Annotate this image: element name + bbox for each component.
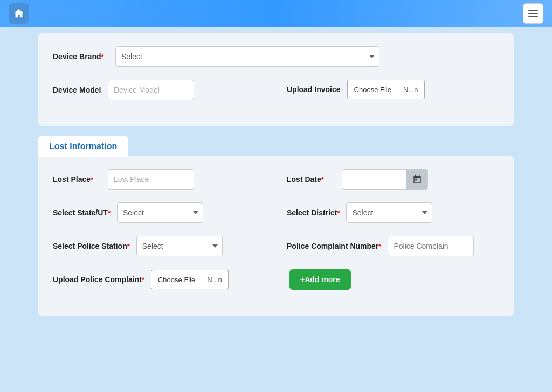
main-content: Device Brand* Select Device Model Upload… [0,27,552,332]
lost-place-input[interactable] [108,169,194,190]
upload-police-wrapper: Choose File N...n [151,270,229,289]
police-complaint-input[interactable] [388,236,474,256]
choose-file-button-invoice[interactable]: Choose File [347,80,398,99]
upload-invoice-label: Upload Invoice [287,85,341,94]
device-model-input[interactable] [108,80,194,100]
hamburger-line-1 [528,10,538,11]
select-district-label: Select District* [287,208,340,218]
device-model-label: Device Model [53,85,101,95]
upload-police-label: Upload Police Complaint* [53,275,144,285]
upload-invoice-group: Upload Invoice Choose File N...n [287,80,499,99]
hamburger-button[interactable] [523,3,543,24]
select-police-label: Select Police Station* [53,241,130,251]
calendar-button[interactable] [406,169,428,190]
navbar [0,0,552,27]
lost-info-tab: Lost Information [38,136,128,157]
date-input-group: 2024-02-2 [342,169,428,190]
hamburger-line-3 [528,16,538,17]
lost-info-title: Lost Information [49,142,117,151]
home-icon [13,8,25,19]
select-police-input[interactable]: Select [136,236,223,256]
lost-date-input[interactable]: 2024-02-2 [342,169,406,190]
upload-invoice-wrapper: Choose File N...n [347,80,425,99]
device-brand-row: Device Brand* Select [53,46,499,67]
police-complaint-label: Police Complaint Number* [287,241,381,251]
select-police-group: Select Police Station* Select [53,236,265,256]
add-more-group: +Add more [289,269,499,290]
calendar-icon [412,174,422,184]
state-district-row: Select State/UT* Select Select District*… [53,202,499,223]
lost-info-card: Lost Place* Lost Date* 2024-02-2 [38,156,514,316]
lost-place-group: Lost Place* [53,169,265,190]
add-more-button[interactable]: +Add more [289,269,351,290]
home-logo[interactable] [9,3,29,24]
police-station-complaint-row: Select Police Station* Select Police Com… [53,236,499,256]
upload-police-row: Upload Police Complaint* Choose File N..… [53,269,499,290]
police-complaint-group: Police Complaint Number* [287,236,499,256]
select-district-input[interactable]: Select [346,202,432,223]
device-model-group: Device Model [53,80,265,100]
police-file-name: N...n [202,270,229,289]
lost-info-section: Lost Information Lost Place* Lost Date* … [38,136,514,316]
device-model-invoice-row: Device Model Upload Invoice Choose File … [53,80,499,100]
lost-place-label: Lost Place* [53,174,101,185]
select-state-group: Select State/UT* Select [53,202,265,223]
select-state-input[interactable]: Select [117,202,203,223]
choose-file-button-police[interactable]: Choose File [151,270,202,289]
hamburger-line-2 [528,13,538,14]
invoice-file-name: N...n [398,80,425,99]
device-brand-select[interactable]: Select [115,46,380,67]
device-brand-label: Device Brand* [53,52,107,62]
lost-date-label: Lost Date* [287,174,335,185]
lost-place-date-row: Lost Place* Lost Date* 2024-02-2 [53,169,499,190]
select-district-group: Select District* Select [287,202,499,223]
device-card: Device Brand* Select Device Model Upload… [38,33,514,126]
lost-date-group: Lost Date* 2024-02-2 [287,169,499,190]
select-state-label: Select State/UT* [53,208,111,218]
upload-police-group: Upload Police Complaint* Choose File N..… [53,270,263,289]
